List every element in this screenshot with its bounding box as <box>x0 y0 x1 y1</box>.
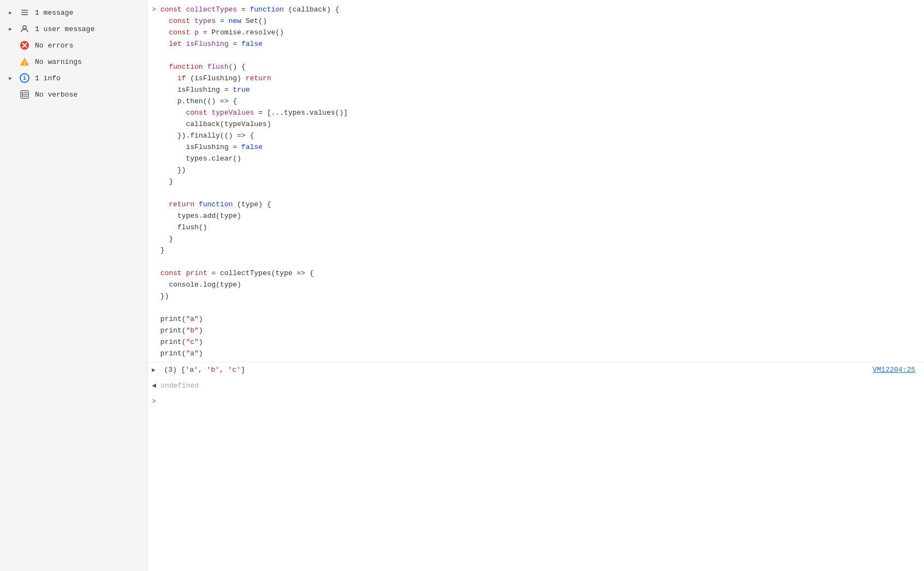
code-line-blank1 <box>147 50 924 62</box>
code-line-20: } <box>147 245 924 257</box>
svg-rect-14 <box>24 94 27 95</box>
input-prompt-symbol: > <box>152 396 156 408</box>
code-line-9: const typeValues = [...types.values()] <box>147 108 924 119</box>
code-line-18: flush() <box>147 222 924 234</box>
svg-point-10 <box>22 92 23 94</box>
svg-rect-0 <box>21 10 28 11</box>
user-icon <box>20 24 29 34</box>
messages-label: 1 message <box>35 9 73 17</box>
code-line-blank2 <box>147 188 924 199</box>
svg-point-11 <box>22 94 23 96</box>
code-line-blank3 <box>147 257 924 268</box>
chevron-user-icon <box>7 25 14 33</box>
sidebar-item-messages[interactable]: 1 message <box>0 4 147 21</box>
code-line-1: > const collectTypes = function (callbac… <box>147 4 924 16</box>
svg-rect-13 <box>24 92 27 93</box>
output-value: (3) ['a', 'b', 'c'] <box>160 365 245 376</box>
code-line-4: let isFlushing = false <box>147 39 924 50</box>
svg-point-3 <box>23 26 26 29</box>
code-line-8: p.then(() => { <box>147 96 924 108</box>
sidebar-item-warnings[interactable]: ! No warnings <box>0 53 147 70</box>
code-line-12: isFlushing = false <box>147 142 924 153</box>
code-line-5: function flush() { <box>147 62 924 73</box>
sidebar-item-info[interactable]: i 1 info <box>0 70 147 86</box>
code-line-21: const print = collectTypes(type => { <box>147 268 924 279</box>
warnings-label: No warnings <box>35 58 82 66</box>
code-panel: > const collectTypes = function (callbac… <box>147 0 924 571</box>
undefined-value: undefined <box>161 380 199 392</box>
sidebar: 1 message 1 user message No errors <box>0 0 147 571</box>
svg-point-12 <box>22 96 23 97</box>
code-line-17: types.add(type) <box>147 211 924 222</box>
svg-rect-15 <box>24 96 27 97</box>
code-line-2: const types = new Set() <box>147 16 924 27</box>
svg-rect-2 <box>21 14 28 15</box>
code-line-6: if (isFlushing) return <box>147 73 924 85</box>
undefined-line: ◀ undefined <box>147 378 924 394</box>
sidebar-item-user-message[interactable]: 1 user message <box>0 21 147 37</box>
code-line-23: }) <box>147 291 924 302</box>
code-line-3: const p = Promise.resolve() <box>147 27 924 39</box>
code-block-main: > const collectTypes = function (callbac… <box>147 0 924 409</box>
verbose-label: No verbose <box>35 91 78 99</box>
sidebar-item-errors[interactable]: No errors <box>0 37 147 53</box>
code-line-blank4 <box>147 302 924 314</box>
user-message-label: 1 user message <box>35 25 94 33</box>
verbose-icon <box>20 90 29 99</box>
code-line-24: print("a") <box>147 314 924 325</box>
warning-icon: ! <box>20 57 29 67</box>
code-line-11: }).finally(() => { <box>147 130 924 142</box>
svg-rect-1 <box>21 12 28 13</box>
chevron-info-icon <box>7 74 14 82</box>
svg-text:!: ! <box>23 60 25 66</box>
chevron-messages-icon <box>7 9 14 16</box>
code-line-16: return function (type) { <box>147 199 924 211</box>
list-icon <box>20 8 29 17</box>
output-source-link[interactable]: VM12204:25 <box>873 365 915 376</box>
info-label: 1 info <box>35 74 61 82</box>
code-line-27: print("a") <box>147 348 924 360</box>
code-line-7: isFlushing = true <box>147 85 924 96</box>
code-line-19: } <box>147 234 924 245</box>
sidebar-item-verbose[interactable]: No verbose <box>0 86 147 103</box>
code-line-14: }) <box>147 165 924 176</box>
info-icon: i <box>20 73 29 83</box>
undefined-prompt: ◀ <box>152 380 156 392</box>
input-prompt-line: > <box>147 394 924 410</box>
code-line-10: callback(typeValues) <box>147 119 924 130</box>
error-icon <box>20 40 29 50</box>
errors-label: No errors <box>35 41 73 50</box>
code-line-15: } <box>147 176 924 188</box>
code-line-13: types.clear() <box>147 153 924 165</box>
output-expand-chevron[interactable]: ▶ <box>152 366 156 376</box>
code-line-22: console.log(type) <box>147 279 924 291</box>
code-line-25: print("b") <box>147 325 924 337</box>
code-line-26: print("c") <box>147 337 924 348</box>
output-line: ▶ (3) ['a', 'b', 'c'] VM12204:25 <box>147 362 924 378</box>
